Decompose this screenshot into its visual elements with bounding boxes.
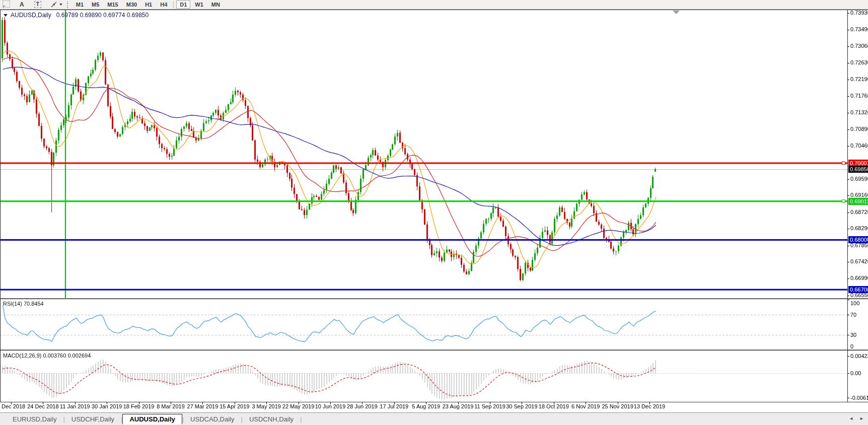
top-toolbar: F A T M1M5M15M30H1H4D1W1MN [0,0,868,10]
text-label-tool[interactable]: A [20,1,24,8]
timeframe-w1[interactable]: W1 [191,1,207,9]
symbol-title: AUDUSD,Daily [11,12,51,19]
ohlc-values: 0.69789 0.69890 0.69774 0.69850 [56,12,149,19]
tab-usdcnh-daily[interactable]: USDCNH,Daily [243,414,300,424]
arrow-objects-tool[interactable] [50,2,62,8]
chart-tabs: EURUSD,Daily|USDCHF,Daily|AUDUSD,Daily|U… [6,414,302,424]
chart-title: AUDUSD,Daily 0.69789 0.69890 0.69774 0.6… [4,12,149,19]
timeframe-mn[interactable]: MN [208,1,224,9]
timeframe-m1[interactable]: M1 [73,1,87,9]
price-chart-canvas[interactable] [0,0,868,425]
arrows-icon [50,2,57,8]
timeframe-m15[interactable]: M15 [104,1,121,9]
tab-eurusd-daily[interactable]: EURUSD,Daily [6,414,63,424]
tabs-scroll-left-icon[interactable]: ◄ [849,416,853,421]
timeframe-m30[interactable]: M30 [123,1,140,9]
snap-grid-icon[interactable]: F [3,1,10,8]
timeframe-h1[interactable]: H1 [141,1,156,9]
text-box-tool[interactable]: T [34,1,41,8]
timeframe-toolbar: M1M5M15M30H1H4D1W1MN [72,0,224,10]
rsi-indicator-label: RSI(14) 70.8454 [3,301,44,307]
tab-usdchf-daily[interactable]: USDCHF,Daily [65,414,121,424]
toolbar-separator [67,2,69,8]
tab-scroll-arrows: ◄ ► [849,416,864,421]
timeframe-m5[interactable]: M5 [88,1,103,9]
chart-tabs-bar: EURUSD,Daily|USDCHF,Daily|AUDUSD,Daily|U… [0,412,868,425]
timeframe-h4[interactable]: H4 [157,1,171,9]
mt4-window: F A T M1M5M15M30H1H4D1W1MN AUDUSD,Daily … [0,0,868,425]
tab-usdcad-daily[interactable]: USDCAD,Daily [184,414,241,424]
timeframe-d1[interactable]: D1 [176,1,190,9]
timeframe-divider [173,1,174,9]
tabs-scroll-right-icon[interactable]: ► [859,416,864,421]
tab-separator: | [300,415,302,423]
chevron-down-icon[interactable] [59,4,62,6]
macd-indicator-label: MACD(12,26,9) 0.003760 0.002694 [3,352,91,359]
grid-f-label: F [3,5,6,9]
tab-audusd-daily[interactable]: AUDUSD,Daily [122,414,182,424]
chart-dropdown-icon[interactable] [4,14,8,17]
chart-shift-icon[interactable] [673,11,680,14]
